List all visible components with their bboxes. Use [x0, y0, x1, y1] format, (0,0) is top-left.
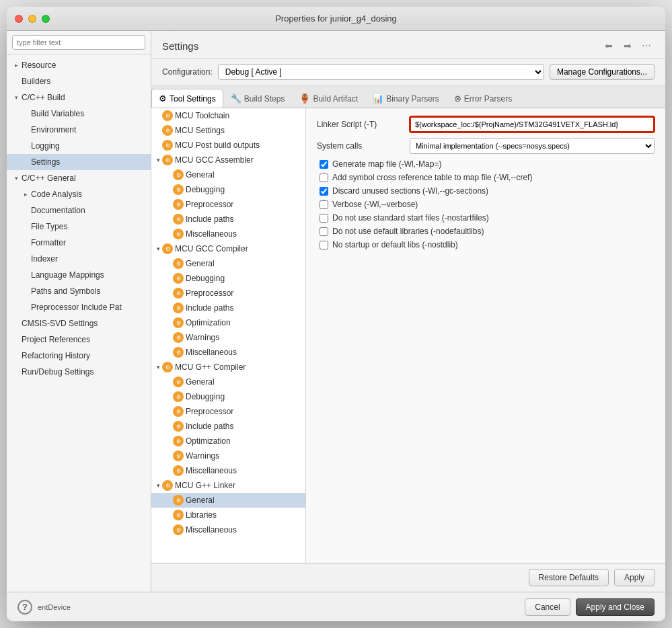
- sidebar-item-label: Formatter: [31, 238, 66, 247]
- chevron-icon: [22, 190, 30, 198]
- sidebar-item[interactable]: Logging: [7, 138, 151, 154]
- inner-tree-item[interactable]: ⚙Miscellaneous: [151, 463, 305, 478]
- sidebar-item-label: Refactoring History: [22, 351, 90, 360]
- sidebar-item[interactable]: Environment: [7, 122, 151, 138]
- tab-build-steps[interactable]: 🔧Build Steps: [223, 89, 293, 108]
- sidebar-item[interactable]: Project References: [7, 331, 151, 348]
- inner-tree-item[interactable]: ⚙Warnings: [151, 448, 305, 463]
- sidebar-item[interactable]: Documentation: [7, 202, 151, 219]
- close-button[interactable]: [15, 15, 23, 23]
- sidebar-item[interactable]: Paths and Symbols: [7, 283, 151, 299]
- inner-tree-item[interactable]: ⚙Miscellaneous: [151, 227, 305, 241]
- sidebar-item[interactable]: Code Analysis: [7, 186, 151, 202]
- gear-icon: ⚙: [173, 436, 184, 446]
- sidebar-item[interactable]: Run/Debug Settings: [7, 364, 151, 380]
- inner-tree-item[interactable]: ⚙Debugging: [151, 182, 305, 197]
- restore-defaults-button[interactable]: Restore Defaults: [529, 569, 609, 586]
- sidebar-item-label: Code Analysis: [31, 190, 82, 199]
- inner-tree-item[interactable]: ⚙Optimization: [151, 434, 305, 448]
- inner-tree-item-label: MCU Settings: [175, 126, 225, 135]
- system-calls-select[interactable]: Minimal implementation (--specs=nosys.sp…: [410, 138, 655, 154]
- sidebar-item-label: Logging: [31, 141, 60, 151]
- sidebar-item[interactable]: Build Variables: [7, 106, 151, 122]
- inner-tree-item-label: Debugging: [186, 392, 225, 401]
- more-icon[interactable]: ⋯: [638, 38, 655, 54]
- checkbox-cross-ref[interactable]: [320, 173, 328, 182]
- inner-tree-item[interactable]: ⚙General: [151, 375, 305, 389]
- sidebar-item[interactable]: CMSIS-SVD Settings: [7, 315, 151, 331]
- cancel-button[interactable]: Cancel: [525, 598, 570, 616]
- apply-button[interactable]: Apply: [614, 569, 655, 586]
- tab-label: Tool Settings: [170, 94, 216, 104]
- inner-tree-item[interactable]: ⚙General: [151, 256, 305, 271]
- sidebar-item[interactable]: Formatter: [7, 235, 151, 251]
- window-title: Properties for junior_g4_dosing: [275, 13, 397, 24]
- inner-tree-item-label: Preprocessor: [186, 200, 233, 209]
- minimize-button[interactable]: [28, 15, 36, 23]
- inner-tree-item[interactable]: ⚙Libraries: [151, 508, 305, 522]
- inner-tree-item[interactable]: ⚙General: [151, 167, 305, 182]
- inner-tree-item[interactable]: ⚙MCU GCC Assembler: [151, 153, 305, 167]
- filter-input[interactable]: [12, 35, 145, 50]
- sidebar-item[interactable]: C/C++ General: [7, 170, 151, 186]
- checkbox-map-file[interactable]: [320, 160, 328, 169]
- sidebar-item[interactable]: Settings: [7, 154, 151, 170]
- sidebar-item[interactable]: Refactoring History: [7, 348, 151, 364]
- forward-icon[interactable]: ➡: [620, 38, 636, 54]
- sidebar-item[interactable]: Preprocessor Include Pat: [7, 299, 151, 315]
- maximize-button[interactable]: [42, 15, 50, 23]
- inner-tree-item[interactable]: ⚙General: [151, 493, 305, 508]
- inner-tree-item[interactable]: ⚙Debugging: [151, 271, 305, 286]
- gear-icon: ⚙: [173, 184, 184, 195]
- apply-close-button[interactable]: Apply and Close: [576, 598, 655, 616]
- sidebar-item[interactable]: C/C++ Build: [7, 89, 151, 106]
- inner-tree-item[interactable]: ⚙Miscellaneous: [151, 345, 305, 360]
- inner-tree-item[interactable]: ⚙MCU G++ Compiler: [151, 360, 305, 375]
- gear-icon: ⚙: [173, 317, 184, 328]
- sidebar-item[interactable]: File Types: [7, 219, 151, 235]
- inner-tree-item[interactable]: ⚙MCU Post build outputs: [151, 138, 305, 153]
- checkbox-no-deflibs[interactable]: [320, 227, 328, 236]
- inner-tree-item-label: Optimization: [186, 436, 231, 446]
- inner-tree-item[interactable]: ⚙Warnings: [151, 330, 305, 345]
- inner-tree-item[interactable]: ⚙MCU Toolchain: [151, 108, 305, 123]
- gear-icon: ⚙: [173, 406, 184, 417]
- inner-tree-item[interactable]: ⚙MCU G++ Linker: [151, 478, 305, 493]
- inner-tree-item[interactable]: ⚙Preprocessor: [151, 404, 305, 419]
- linker-script-input[interactable]: [410, 116, 655, 132]
- config-select[interactable]: Debug [ Active ]: [218, 64, 544, 80]
- inner-tree-item[interactable]: ⚙Include paths: [151, 212, 305, 227]
- inner-tree-item[interactable]: ⚙Include paths: [151, 301, 305, 315]
- tab-build-artifact[interactable]: 🏺Build Artifact: [292, 89, 365, 108]
- bottom-bar: Restore Defaults Apply: [151, 563, 665, 592]
- gear-icon: ⚙: [173, 214, 184, 225]
- help-icon[interactable]: ?: [17, 600, 32, 615]
- inner-tree-item[interactable]: ⚙Include paths: [151, 419, 305, 434]
- inner-tree-item[interactable]: ⚙Optimization: [151, 315, 305, 330]
- chevron-icon: [12, 174, 20, 182]
- main-window: Properties for junior_g4_dosing Resource…: [7, 7, 665, 621]
- checkbox-no-stdlib[interactable]: [320, 241, 328, 249]
- checkbox-no-start[interactable]: [320, 214, 328, 223]
- inner-tree-item[interactable]: ⚙Preprocessor: [151, 286, 305, 301]
- sidebar-item[interactable]: Builders: [7, 73, 151, 89]
- tab-tool-settings[interactable]: ⚙Tool Settings: [151, 89, 223, 108]
- config-row: Configuration: Debug [ Active ] Manage C…: [151, 58, 665, 86]
- inner-tree-item[interactable]: ⚙MCU Settings: [151, 123, 305, 138]
- sidebar-item[interactable]: Language Mappings: [7, 267, 151, 283]
- tab-icon: 🔧: [231, 93, 241, 104]
- panel-header: Settings ⬅ ➡ ⋯: [151, 31, 665, 58]
- manage-configurations-button[interactable]: Manage Configurations...: [550, 64, 655, 80]
- inner-tree-item-label: Preprocessor: [186, 288, 233, 298]
- back-icon[interactable]: ⬅: [601, 38, 617, 54]
- inner-tree-item[interactable]: ⚙Preprocessor: [151, 197, 305, 212]
- checkbox-verbose[interactable]: [320, 200, 328, 209]
- checkbox-discard[interactable]: [320, 187, 328, 196]
- tab-error-parsers[interactable]: ⊗Error Parsers: [447, 89, 519, 108]
- inner-tree-item[interactable]: ⚙Miscellaneous: [151, 522, 305, 537]
- sidebar-item[interactable]: Indexer: [7, 251, 151, 267]
- inner-tree-item[interactable]: ⚙Debugging: [151, 389, 305, 404]
- tab-binary-parsers[interactable]: 📊Binary Parsers: [365, 89, 447, 108]
- sidebar-item[interactable]: Resource: [7, 57, 151, 73]
- inner-tree-item[interactable]: ⚙MCU GCC Compiler: [151, 241, 305, 256]
